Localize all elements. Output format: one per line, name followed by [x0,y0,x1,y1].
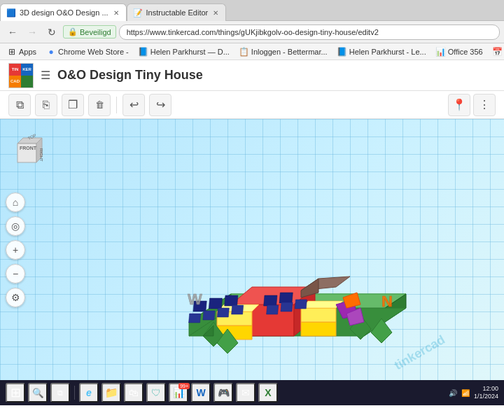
xbox-icon: 🎮 [218,387,230,398]
taskview-button[interactable]: ⧉ [50,383,70,402]
helen1-icon: 📘 [139,47,148,57]
duplicate-icon: ❐ [68,98,78,111]
toolbar-separator-1 [116,97,117,113]
bookmark-apps[interactable]: ⊞ Apps [3,46,41,58]
bookmark-office[interactable]: 📊 Office 356 [432,46,487,58]
svg-rect-33 [232,305,244,314]
svg-rect-31 [203,311,215,320]
hamburger-icon[interactable]: ☰ [41,69,50,82]
svg-rect-30 [189,314,201,323]
canvas-area[interactable]: FRONT TOP RIGHT ⌂ ◎ + − ⚙ [0,119,504,380]
svg-rect-35 [281,302,293,312]
xbox-button[interactable]: 🎮 [214,383,233,402]
svg-rect-28 [264,295,277,306]
svg-rect-36 [295,300,307,309]
svg-rect-34 [267,305,279,314]
system-clock: 🔊 [449,389,457,397]
edge-button[interactable]: e [79,383,99,402]
refresh-button[interactable]: ↻ [43,24,60,41]
page-header: TIN KER CAD ☰ O&O Design Tiny House [0,60,504,91]
bookmark-helen1-label: Helen Parkhurst — D... [150,48,230,56]
search-icon: 🔍 [32,388,44,398]
tab-favicon-2: 📝 [133,8,143,18]
copy-button[interactable]: ⧉ [8,94,31,116]
powerpoint-button[interactable]: 📊 99+ [169,383,188,402]
svg-marker-18 [301,308,336,322]
browser-chrome: 🟦 3D design O&O Design ... ✕ 📝 Instructa… [0,0,504,119]
zermelo-icon: 📅 [493,47,503,57]
forward-button[interactable]: → [24,24,41,41]
edge-icon: e [86,387,92,398]
bookmark-office-label: Office 356 [448,48,483,56]
back-button[interactable]: ← [4,24,21,41]
start-button[interactable]: ⊞ [6,383,25,402]
bookmark-apps-label: Apps [19,48,36,56]
mail-button[interactable]: ✉ [236,383,255,402]
tinkercad-logo: TIN KER CAD [8,63,34,88]
shield-icon: 🛡 [151,387,161,398]
word-button[interactable]: W [191,383,211,402]
duplicate-button[interactable]: ❐ [62,94,84,116]
logo-br [21,76,33,88]
tab-close-1[interactable]: ✕ [112,9,120,17]
logo-tl: TIN [9,64,21,76]
tab-close-2[interactable]: ✕ [211,9,220,17]
redo-button[interactable]: ↪ [149,94,172,116]
bookmark-chrome-label: Chrome Web Store - [58,48,129,56]
store-icon: 🛍 [129,387,139,398]
bookmark-helen2[interactable]: 📘 Helen Parkhurst - Le... [333,46,430,58]
mail-icon: ✉ [241,387,250,398]
location-button[interactable]: 📍 [448,94,470,116]
delete-button[interactable]: 🗑 [88,94,111,116]
tab-inactive[interactable]: 📝 Instructable Editor ✕ [127,4,227,21]
store-button[interactable]: 🛍 [124,383,144,402]
url-bar[interactable]: https://www.tinkercad.com/things/gUKjibk… [119,24,500,40]
svg-rect-29 [279,293,293,303]
search-button[interactable]: 🔍 [28,383,48,402]
nav-bar: ← → ↻ 🔒 Beveiligd https://www.tinkercad.… [0,21,504,43]
shield-button[interactable]: 🛡 [146,383,166,402]
folder-button[interactable]: 📁 [102,383,121,402]
location-icon: 📍 [452,98,466,111]
toolbar-right: 📍 ⋮ [448,94,496,116]
windows-icon: ⊞ [10,385,21,400]
tab-label-1: 3D design O&O Design ... [20,8,108,17]
word-icon: W [196,387,205,398]
excel-button[interactable]: X [258,383,278,402]
secure-badge: 🔒 Beveiligd [63,25,116,38]
bookmark-inloggen[interactable]: 📋 Inloggen - Bettermar... [235,46,332,58]
bookmark-chrome-store[interactable]: ● Chrome Web Store - [42,46,133,58]
paste-button[interactable]: ⎘ [35,94,57,116]
url-text: https://www.tinkercad.com/things/gUKjibk… [127,28,379,36]
bookmark-inloggen-label: Inloggen - Bettermar... [251,48,328,56]
notification-badge: 99+ [178,383,190,389]
toolbar: ⧉ ⎘ ❐ 🗑 ↩ ↪ 📍 ⋮ [0,91,504,119]
tab-bar: 🟦 3D design O&O Design ... ✕ 📝 Instructa… [0,0,504,21]
time-display: 12:001/1/2024 [474,385,498,400]
svg-text:N: N [382,293,393,310]
bookmarks-bar: ⊞ Apps ● Chrome Web Store - 📘 Helen Park… [0,43,504,60]
taskview-icon: ⧉ [57,388,63,398]
svg-rect-26 [209,298,222,309]
inloggen-icon: 📋 [239,47,249,57]
chrome-icon: ● [46,47,56,57]
excel-icon: X [265,387,271,398]
menu-button[interactable]: ⋮ [473,94,496,116]
tab-active[interactable]: 🟦 3D design O&O Design ... ✕ [0,4,127,21]
tab-label-2: Instructable Editor [146,8,209,17]
helen2-icon: 📘 [337,47,347,57]
apps-icon: ⊞ [7,47,17,57]
redo-icon: ↪ [156,98,165,111]
bookmark-zermelo[interactable]: 📅 Zermelo Portal [489,46,504,58]
scene-svg: W N $ ε tinkercad [0,119,504,380]
delete-icon: 🗑 [95,99,104,110]
undo-button[interactable]: ↩ [122,94,145,116]
svg-rect-32 [217,308,229,317]
svg-text:W: W [188,290,202,308]
taskbar-separator [74,386,75,400]
taskbar: ⊞ 🔍 ⧉ e 📁 🛍 🛡 📊 99+ W 🎮 ✉ X 🔊 📶 12:001/1… [0,380,504,405]
menu-icon: ⋮ [479,98,490,111]
network-icon: 📶 [461,389,470,397]
bookmark-helen1[interactable]: 📘 Helen Parkhurst — D... [134,46,234,58]
page-title: O&O Design Tiny House [57,68,203,83]
